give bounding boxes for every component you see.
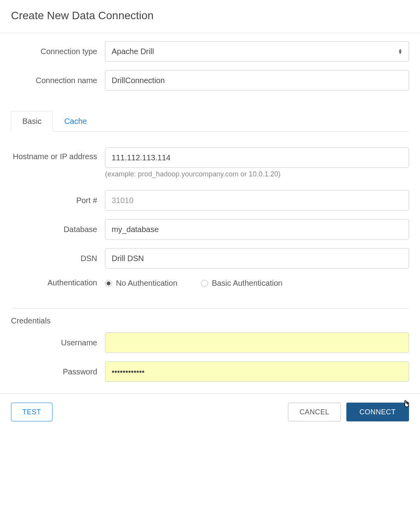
cancel-button[interactable]: CANCEL <box>288 403 340 421</box>
connection-type-value: Apache Drill <box>112 47 154 56</box>
connection-type-label: Connection type <box>11 46 105 56</box>
connection-name-input[interactable] <box>105 70 409 91</box>
credentials-heading: Credentials <box>11 316 409 325</box>
divider <box>11 308 409 309</box>
auth-none-label: No Authentication <box>116 279 177 288</box>
username-input[interactable] <box>105 332 409 353</box>
connection-type-select[interactable]: Apache Drill ▲▼ <box>105 41 409 62</box>
port-input[interactable] <box>105 190 409 211</box>
connect-button[interactable]: CONNECT <box>346 403 409 421</box>
dialog-title: Create New Data Connection <box>11 9 409 22</box>
tab-cache[interactable]: Cache <box>53 111 98 132</box>
tab-basic[interactable]: Basic <box>11 111 53 132</box>
hostname-input[interactable] <box>105 147 409 168</box>
database-input[interactable] <box>105 219 409 240</box>
hostname-label: Hostname or IP address <box>11 147 105 162</box>
password-label: Password <box>11 367 105 377</box>
test-button[interactable]: TEST <box>11 403 52 421</box>
auth-basic-radio[interactable]: Basic Authentication <box>201 279 282 288</box>
radio-checked-icon <box>105 280 112 287</box>
database-label: Database <box>11 224 105 234</box>
radio-unchecked-icon <box>201 280 208 287</box>
hostname-hint: (example: prod_hadoop.yourcompany.com or… <box>105 170 409 178</box>
tabs: Basic Cache <box>11 111 409 132</box>
username-label: Username <box>11 338 105 348</box>
password-input[interactable] <box>105 361 409 382</box>
connection-name-label: Connection name <box>11 75 105 85</box>
auth-none-radio[interactable]: No Authentication <box>105 279 177 288</box>
dsn-input[interactable] <box>105 248 409 269</box>
authentication-label: Authentication <box>11 278 105 288</box>
select-arrows-icon: ▲▼ <box>398 49 402 54</box>
port-label: Port # <box>11 195 105 205</box>
dsn-label: DSN <box>11 253 105 263</box>
auth-basic-label: Basic Authentication <box>212 279 282 288</box>
